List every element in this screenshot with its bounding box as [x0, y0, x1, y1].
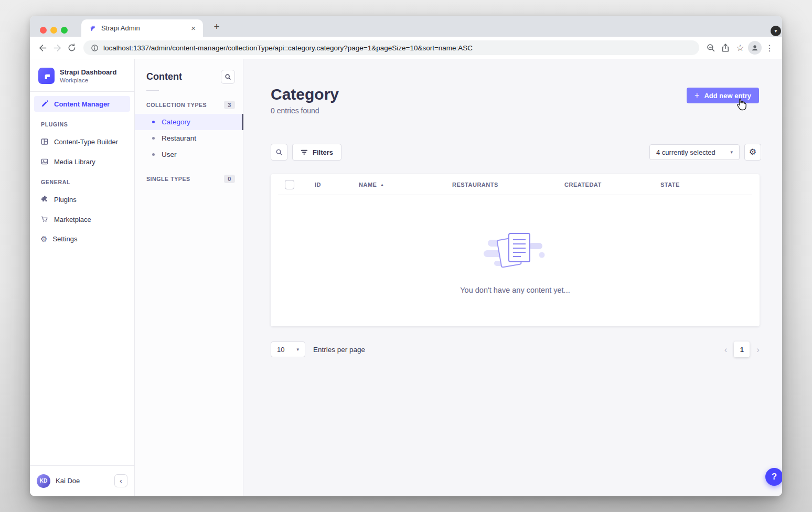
chevron-left-icon: ‹: [120, 477, 122, 485]
subnav-title: Content: [146, 71, 182, 82]
zoom-button[interactable]: [703, 40, 718, 55]
sidebar-item-label: Marketplace: [54, 216, 91, 223]
page-size-value: 10: [277, 346, 284, 354]
empty-state-text: You don't have any content yet...: [460, 286, 570, 294]
minimize-window-button[interactable]: [50, 27, 57, 34]
single-types-count-badge: 0: [224, 175, 235, 183]
chevron-down-icon: ▾: [296, 347, 299, 352]
workspace-title: Strapi Dashboard: [60, 68, 116, 77]
filters-button[interactable]: Filters: [292, 144, 341, 161]
refresh-button[interactable]: [65, 40, 79, 55]
forward-button[interactable]: [50, 40, 65, 55]
strapi-logo-icon: [42, 71, 51, 80]
search-entries-button[interactable]: [271, 144, 287, 161]
share-icon: [721, 43, 730, 52]
next-page-button[interactable]: ›: [756, 345, 760, 354]
entries-table: ID NAME▲ RESTAURANTS CREATEDAT STATE: [271, 174, 760, 326]
browser-tab[interactable]: Strapi Admin ×: [81, 19, 203, 37]
fullscreen-window-button[interactable]: [61, 27, 68, 34]
site-info-icon[interactable]: [91, 44, 99, 52]
sidebar-item-media-library[interactable]: Media Library: [34, 154, 130, 169]
strapi-app: Strapi Dashboard Workplace Content Manag…: [30, 59, 782, 496]
entries-found-text: 0 entries found: [271, 106, 319, 115]
sort-asc-icon: ▲: [380, 183, 384, 187]
workspace-subtitle: Workplace: [60, 77, 116, 83]
collection-types-header: COLLECTION TYPES 3: [135, 96, 243, 114]
column-header-state[interactable]: STATE: [660, 182, 680, 188]
plus-icon: +: [695, 91, 699, 100]
view-settings-button[interactable]: ⚙: [744, 144, 761, 161]
gear-icon: ⚙: [749, 148, 756, 156]
sidebar-item-marketplace[interactable]: Marketplace: [34, 211, 130, 227]
puzzle-icon: [40, 195, 49, 204]
back-button[interactable]: [35, 40, 50, 55]
browser-menu-button[interactable]: ⋮: [762, 40, 777, 55]
sidebar-item-settings[interactable]: ⚙ Settings: [34, 231, 130, 247]
help-button[interactable]: ?: [765, 468, 782, 486]
single-types-label: SINGLE TYPES: [146, 176, 190, 182]
close-window-button[interactable]: [40, 27, 47, 34]
current-page-button[interactable]: 1: [734, 342, 750, 357]
collection-types-count-badge: 3: [224, 101, 235, 109]
gear-icon: ⚙: [40, 235, 47, 243]
subnav-search-button[interactable]: [221, 70, 235, 84]
collection-type-label: User: [162, 151, 177, 158]
filter-icon: [301, 149, 308, 155]
collapse-sidebar-button[interactable]: ‹: [114, 474, 127, 487]
pager: ‹ 1 ›: [724, 342, 760, 357]
previous-page-button[interactable]: ‹: [724, 345, 728, 354]
user-name: Kai Doe: [56, 477, 80, 485]
plugins-section-header: PLUGINS: [30, 113, 134, 130]
close-tab-icon[interactable]: ×: [189, 23, 198, 33]
profile-button[interactable]: [747, 40, 762, 55]
profile-avatar-icon: [748, 41, 762, 55]
sidebar-item-plugins[interactable]: Plugins: [34, 191, 130, 207]
fields-selected-dropdown[interactable]: 4 currently selected ▾: [649, 144, 740, 160]
three-dots-icon: ⋮: [765, 43, 774, 53]
column-header-label: NAME: [359, 182, 377, 188]
refresh-icon: [67, 43, 77, 52]
collection-type-label: Restaurant: [162, 134, 196, 142]
sidebar-item-content-type-builder[interactable]: Content-Type Builder: [34, 134, 130, 150]
record-indicator-icon: ▼: [771, 26, 781, 36]
question-mark-icon: ?: [772, 472, 777, 482]
sidebar-divider: [30, 91, 134, 92]
bullet-icon: [152, 137, 155, 140]
workspace-brand[interactable]: Strapi Dashboard Workplace: [30, 59, 134, 91]
add-new-entry-button[interactable]: + Add new entry: [687, 88, 759, 103]
url-bar[interactable]: localhost:1337/admin/content-manager/col…: [83, 40, 699, 55]
zoom-out-icon: [706, 43, 715, 52]
collection-type-label: Category: [162, 118, 190, 126]
filters-label: Filters: [313, 148, 333, 156]
general-section-header: GENERAL: [30, 170, 134, 187]
app-sidebar: Strapi Dashboard Workplace Content Manag…: [30, 59, 135, 496]
empty-documents-illustration: [483, 227, 548, 272]
person-icon: [751, 44, 759, 52]
sidebar-item-label: Media Library: [54, 158, 95, 166]
collection-type-user[interactable]: User: [135, 146, 243, 163]
sidebar-item-label: Content-Type Builder: [54, 138, 118, 146]
table-header-row: ID NAME▲ RESTAURANTS CREATEDAT STATE: [271, 174, 760, 195]
select-all-checkbox[interactable]: [285, 180, 294, 189]
share-button[interactable]: [718, 40, 733, 55]
column-header-createdat[interactable]: CREATEDAT: [564, 182, 602, 188]
list-actions-row: Filters 4 currently selected ▾ ⚙: [271, 144, 761, 161]
content-subnav: Content COLLECTION TYPES 3 Category Rest…: [135, 59, 243, 496]
column-header-restaurants[interactable]: RESTAURANTS: [452, 182, 498, 188]
new-tab-button[interactable]: +: [210, 20, 223, 33]
tab-title: Strapi Admin: [101, 24, 189, 32]
collection-type-restaurant[interactable]: Restaurant: [135, 130, 243, 146]
page-title: Category: [271, 86, 339, 103]
sidebar-item-label: Plugins: [54, 196, 77, 204]
layout-icon: [40, 137, 49, 146]
column-header-id[interactable]: ID: [315, 182, 321, 188]
sidebar-item-content-manager[interactable]: Content Manager: [34, 96, 130, 112]
user-avatar[interactable]: KD: [37, 474, 50, 488]
page-size-select[interactable]: 10 ▾: [271, 342, 305, 357]
strapi-logo: [38, 68, 55, 84]
bookmark-button[interactable]: ☆: [733, 40, 747, 55]
empty-state: You don't have any content yet...: [271, 195, 760, 326]
cart-icon: [40, 215, 49, 223]
column-header-name[interactable]: NAME▲: [359, 182, 384, 188]
collection-type-category[interactable]: Category: [135, 114, 243, 130]
